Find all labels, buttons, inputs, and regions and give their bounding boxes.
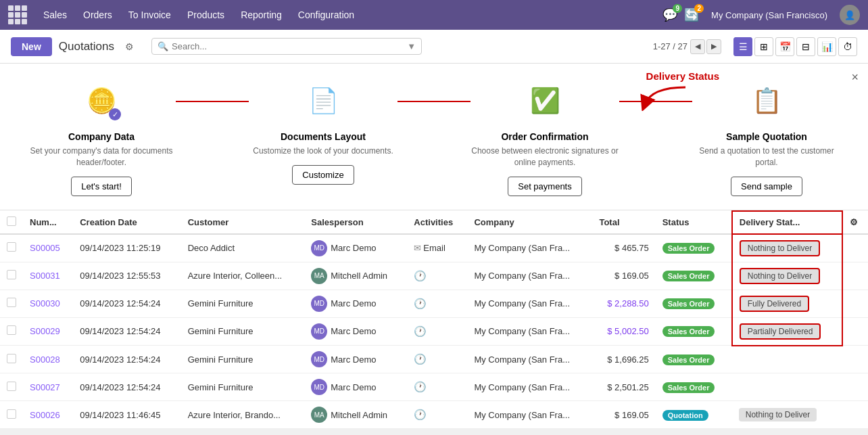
total-amount-link[interactable]: $ 5,002.50 <box>607 326 648 336</box>
notifications-icon[interactable]: 💬 9 <box>662 7 677 22</box>
settings-view-button[interactable]: ⏱ <box>838 37 857 56</box>
activity-cell[interactable]: ✉Email <box>407 234 467 262</box>
search-box[interactable]: 🔍 ▼ <box>151 38 422 55</box>
row-checkbox[interactable] <box>0 262 23 290</box>
step-1-button[interactable]: Let's start! <box>71 177 132 196</box>
activity-cell[interactable]: 🕐 <box>407 317 467 346</box>
order-confirmation-icon: ✅ <box>521 77 569 124</box>
step-4-title: Sample Quotation <box>726 131 807 142</box>
activity-cell[interactable]: 🕐 <box>407 262 467 290</box>
step-1-title: Company Data <box>68 131 135 142</box>
activity-cell[interactable]: 🕐 <box>407 401 467 429</box>
customer-name[interactable]: Gemini Furniture <box>181 373 305 401</box>
col-customer[interactable]: Customer <box>181 211 305 234</box>
col-delivery-status[interactable]: Delivery Stat... <box>732 211 842 234</box>
customer-name[interactable]: Gemini Furniture <box>181 317 305 346</box>
gear-icon[interactable]: ⚙ <box>125 41 134 52</box>
customer-name[interactable]: Gemini Furniture <box>181 290 305 317</box>
col-number[interactable]: Num... <box>23 211 73 234</box>
activity-cell[interactable]: 🕐 <box>407 373 467 401</box>
delivery-cell: Partially Delivered <box>732 317 842 346</box>
order-number[interactable]: S00005 <box>23 234 73 262</box>
row-checkbox[interactable] <box>0 401 23 429</box>
order-number[interactable]: S00031 <box>23 262 73 290</box>
col-activities[interactable]: Activities <box>407 211 467 234</box>
col-settings[interactable]: ⚙ <box>842 211 868 234</box>
order-number[interactable]: S00029 <box>23 317 73 346</box>
activity-cell[interactable]: 🕐 <box>407 346 467 373</box>
status-cell: Sales Order <box>656 234 732 262</box>
col-company[interactable]: Company <box>467 211 592 234</box>
row-checkbox[interactable] <box>0 346 23 373</box>
table-row[interactable]: S00027 09/14/2023 12:54:24 Gemini Furnit… <box>0 373 868 401</box>
customer-name[interactable]: Deco Addict <box>181 234 305 262</box>
close-onboarding-button[interactable]: × <box>851 70 859 85</box>
graph-view-button[interactable]: 📊 <box>817 37 836 56</box>
salesperson-avatar: MD <box>311 240 327 256</box>
col-total[interactable]: Total <box>592 211 655 234</box>
new-button[interactable]: New <box>11 37 52 56</box>
col-salesperson[interactable]: Salesperson <box>304 211 407 234</box>
salesperson-cell: MD Marc Demo <box>304 346 407 373</box>
calendar-view-button[interactable]: 📅 <box>775 37 794 56</box>
table-row[interactable]: S00030 09/14/2023 12:54:24 Gemini Furnit… <box>0 290 868 317</box>
row-checkbox[interactable] <box>0 373 23 401</box>
customer-name[interactable]: Azure Interior, Brando... <box>181 401 305 429</box>
creation-date: 09/14/2023 12:54:24 <box>73 346 180 373</box>
status-cell: Sales Order <box>656 373 732 401</box>
quotations-table: Num... Creation Date Customer Salesperso… <box>0 210 868 430</box>
total-amount: $ 2,501.25 <box>607 382 648 392</box>
nav-reporting[interactable]: Reporting <box>234 7 289 23</box>
search-input[interactable] <box>172 41 404 51</box>
step-2-button[interactable]: Customize <box>292 165 354 185</box>
nav-products[interactable]: Products <box>180 7 231 23</box>
documents-layout-icon: 📄 <box>299 77 347 124</box>
clock-activity-icon: 🕐 <box>414 298 427 309</box>
activity-cell[interactable]: 🕐 <box>407 290 467 317</box>
order-number[interactable]: S00027 <box>23 373 73 401</box>
list-view-button[interactable]: ☰ <box>733 37 752 56</box>
clock-activity-icon: 🕐 <box>414 409 427 420</box>
next-page-button[interactable]: ▶ <box>706 39 721 54</box>
table-row[interactable]: S00028 09/14/2023 12:54:24 Gemini Furnit… <box>0 346 868 373</box>
select-all-checkbox[interactable] <box>0 211 23 234</box>
nav-to-invoice[interactable]: To Invoice <box>122 7 178 23</box>
salesperson-name: Mitchell Admin <box>331 271 387 281</box>
company-data-icon: 🪙 ✓ <box>78 77 125 124</box>
total-cell: $ 2,288.50 <box>592 290 655 317</box>
table-row[interactable]: S00031 09/14/2023 12:55:53 Azure Interio… <box>0 262 868 290</box>
col-creation-date[interactable]: Creation Date <box>73 211 180 234</box>
row-checkbox[interactable] <box>0 290 23 317</box>
delivery-cell <box>732 346 842 373</box>
search-dropdown-icon[interactable]: ▼ <box>407 41 416 51</box>
order-number[interactable]: S00030 <box>23 290 73 317</box>
step-3-button[interactable]: Set payments <box>508 177 582 196</box>
salesperson-cell: MD Marc Demo <box>304 290 407 317</box>
table-row[interactable]: S00026 09/14/2023 11:46:45 Azure Interio… <box>0 401 868 429</box>
step-4-button[interactable]: Send sample <box>731 177 802 196</box>
customer-name[interactable]: Azure Interior, Colleen... <box>181 262 305 290</box>
kanban-view-button[interactable]: ⊞ <box>754 37 773 56</box>
updates-icon[interactable]: 🔄 2 <box>684 7 699 22</box>
table-row[interactable]: S00005 09/14/2023 11:25:19 Deco Addict M… <box>0 234 868 262</box>
col-status[interactable]: Status <box>656 211 732 234</box>
delivery-badge: Nothing to Deliver <box>739 408 817 421</box>
nav-orders[interactable]: Orders <box>76 7 119 23</box>
app-grid-icon[interactable] <box>8 5 27 24</box>
nav-sales[interactable]: Sales <box>37 7 74 23</box>
delivery-badge: Partially Delivered <box>740 323 821 340</box>
order-number[interactable]: S00026 <box>23 401 73 429</box>
prev-page-button[interactable]: ◀ <box>690 39 705 54</box>
pivot-view-button[interactable]: ⊟ <box>796 37 815 56</box>
table-row[interactable]: S00029 09/14/2023 12:54:24 Gemini Furnit… <box>0 317 868 346</box>
customer-name[interactable]: Gemini Furniture <box>181 346 305 373</box>
total-amount-link[interactable]: $ 2,288.50 <box>607 298 648 308</box>
company-name[interactable]: My Company (San Francisco) <box>711 10 827 20</box>
row-checkbox[interactable] <box>0 317 23 346</box>
nav-configuration[interactable]: Configuration <box>291 7 361 23</box>
clock-activity-icon: 🕐 <box>414 353 427 365</box>
order-number[interactable]: S00028 <box>23 346 73 373</box>
row-checkbox[interactable] <box>0 234 23 262</box>
status-cell: Sales Order <box>656 290 732 317</box>
user-avatar[interactable]: 👤 <box>840 5 860 25</box>
